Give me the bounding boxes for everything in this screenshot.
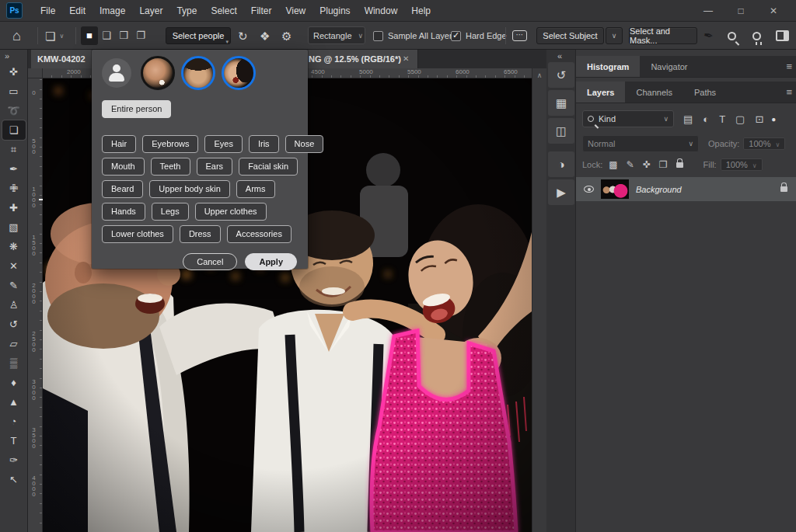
collapse-panels-icon[interactable]: «: [557, 51, 562, 61]
refresh-icon[interactable]: ↻: [238, 30, 248, 42]
marquee-tool[interactable]: ▭: [2, 82, 26, 101]
fill-value[interactable]: 100%∨: [721, 158, 763, 171]
tab-layers[interactable]: Layers: [576, 82, 625, 103]
select-and-mask-button[interactable]: Select and Mask...: [629, 27, 697, 44]
layer-name[interactable]: Background: [636, 185, 682, 194]
lock-transparency-icon[interactable]: ▩: [609, 159, 617, 170]
clone-stamp-tool[interactable]: ♙: [2, 295, 26, 315]
menu-item[interactable]: Help: [404, 0, 438, 22]
lasso-tool[interactable]: ➰: [2, 101, 26, 120]
add-to-selection-icon[interactable]: ❑: [98, 26, 115, 45]
move-tool[interactable]: ✜: [2, 62, 26, 82]
blur-tool[interactable]: ♦: [2, 373, 26, 392]
body-part-button[interactable]: Lower clothes: [102, 225, 173, 243]
filter-smart-objects-icon[interactable]: ⊡: [755, 113, 763, 125]
patch-tool[interactable]: ▧: [2, 217, 26, 237]
pen-tool[interactable]: ✑: [2, 450, 26, 470]
eyedropper-tool[interactable]: ✒: [2, 159, 26, 179]
body-part-button[interactable]: Upper body skin: [149, 180, 230, 198]
type-tool[interactable]: T: [2, 431, 26, 450]
content-aware-move-tool[interactable]: ✕: [2, 256, 26, 276]
body-part-button[interactable]: Dress: [180, 225, 221, 243]
gear-icon[interactable]: ⚙: [281, 30, 292, 42]
close-tab-icon[interactable]: ✕: [403, 50, 409, 68]
patterns-panel-icon[interactable]: ▦: [548, 90, 574, 116]
body-part-button[interactable]: Hair: [102, 135, 136, 153]
blend-mode-dropdown[interactable]: Normal ∨: [582, 135, 699, 152]
healing-brush-tool[interactable]: ✙: [2, 179, 26, 198]
tab-channels[interactable]: Channels: [625, 82, 683, 103]
menu-item[interactable]: Filter: [244, 0, 279, 22]
menu-item[interactable]: Image: [93, 0, 132, 22]
spot-healing-tool[interactable]: ✚: [2, 198, 26, 217]
menu-item[interactable]: Plugins: [312, 0, 357, 22]
filter-toggle-icon[interactable]: ●: [771, 115, 776, 123]
panel-menu-icon[interactable]: ≡: [786, 82, 792, 103]
layer-row-background[interactable]: Background: [576, 177, 796, 201]
menu-item[interactable]: File: [33, 0, 62, 22]
lock-pixels-icon[interactable]: ✎: [627, 159, 634, 170]
sample-all-layers-checkbox[interactable]: Sample All Layers: [373, 22, 456, 50]
intersect-selection-icon[interactable]: ❐: [132, 26, 149, 45]
opacity-value[interactable]: 100%∨: [743, 137, 785, 150]
path-selection-tool[interactable]: ↖: [2, 470, 26, 489]
filter-pixel-layers-icon[interactable]: ▤: [683, 113, 693, 125]
body-part-button[interactable]: Arms: [236, 180, 275, 198]
object-selection-tool-icon[interactable]: ❏: [45, 30, 55, 42]
scroll-up-icon[interactable]: ∧: [532, 68, 546, 82]
eraser-tool[interactable]: ▱: [2, 334, 26, 353]
vertical-scrollbar[interactable]: ∧: [532, 68, 546, 532]
menu-item[interactable]: View: [278, 0, 312, 22]
filter-type-layers-icon[interactable]: T: [719, 113, 725, 125]
close-button[interactable]: ✕: [757, 0, 790, 22]
tab-paths[interactable]: Paths: [683, 82, 727, 103]
home-icon[interactable]: ⌂: [12, 29, 21, 43]
body-part-button[interactable]: Iris: [249, 135, 279, 153]
menu-item[interactable]: Edit: [62, 0, 93, 22]
panel-menu-icon[interactable]: ≡: [786, 56, 792, 78]
body-part-button[interactable]: Nose: [285, 135, 324, 153]
history-panel-icon[interactable]: ↺: [548, 62, 574, 88]
person-thumbnail-1[interactable]: [141, 56, 175, 90]
layer-thumbnail[interactable]: [601, 179, 629, 199]
dodge-tool[interactable]: ◔: [2, 412, 26, 431]
body-part-button[interactable]: Eyebrows: [142, 135, 198, 153]
checkbox-unchecked-icon[interactable]: [373, 31, 383, 41]
body-part-button[interactable]: Hands: [102, 203, 145, 221]
hard-edge-checkbox[interactable]: ✓ Hard Edge: [451, 22, 507, 50]
sharpen-tool[interactable]: ▲: [2, 392, 26, 412]
workspace-icon[interactable]: [776, 30, 789, 41]
discover-lightbulb-icon[interactable]: [752, 32, 761, 40]
apply-button[interactable]: Apply: [245, 253, 297, 270]
expand-toolbar-icon[interactable]: »: [0, 50, 9, 62]
layer-lock-icon[interactable]: [780, 186, 787, 192]
body-part-button[interactable]: Legs: [152, 203, 189, 221]
body-part-button[interactable]: Beard: [102, 180, 143, 198]
select-people-button[interactable]: Select people ▾: [166, 27, 231, 44]
menu-item[interactable]: Type: [169, 0, 204, 22]
filter-shape-layers-icon[interactable]: ▢: [735, 113, 745, 125]
cancel-button[interactable]: Cancel: [183, 253, 237, 270]
object-selection-tool[interactable]: ❏: [2, 120, 26, 140]
body-part-button[interactable]: Teeth: [151, 158, 190, 176]
tab-navigator[interactable]: Navigator: [640, 56, 698, 77]
menu-item[interactable]: Layer: [132, 0, 169, 22]
body-part-button[interactable]: Mouth: [102, 158, 145, 176]
select-subject-dropdown-button[interactable]: ∨: [606, 27, 623, 44]
lock-position-icon[interactable]: ✜: [643, 159, 651, 170]
body-part-button[interactable]: Eyes: [204, 135, 242, 153]
layer-filter-kind-dropdown[interactable]: Kind ∨: [582, 110, 674, 127]
subtract-from-selection-icon[interactable]: ❒: [115, 26, 132, 45]
select-subject-button[interactable]: Select Subject: [536, 27, 604, 44]
crop-tool[interactable]: ⌗: [2, 140, 26, 159]
menu-item[interactable]: Select: [204, 0, 243, 22]
person-thumbnail-3[interactable]: [222, 56, 256, 90]
body-part-button[interactable]: Accessories: [227, 225, 292, 243]
actions-panel-icon[interactable]: ▶: [548, 179, 574, 205]
remove-tool[interactable]: ❋: [2, 237, 26, 256]
body-part-button[interactable]: Ears: [197, 158, 233, 176]
adjustments-panel-icon[interactable]: ◑: [548, 151, 574, 177]
layer-visibility-eye-icon[interactable]: [584, 186, 594, 193]
lock-all-icon[interactable]: [676, 162, 683, 168]
layout-options-icon[interactable]: ❖: [260, 30, 270, 42]
